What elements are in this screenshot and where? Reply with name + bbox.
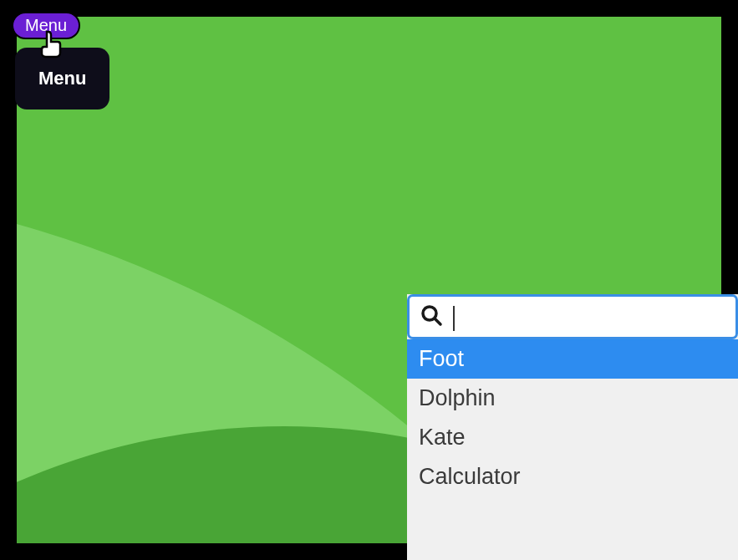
svg-line-1: [435, 318, 440, 324]
search-input[interactable]: [453, 304, 725, 330]
menu-button[interactable]: Menu: [12, 12, 80, 39]
application-launcher-panel: Foot Dolphin Kate Calculator: [407, 294, 738, 560]
search-icon: [420, 303, 443, 330]
search-field-wrapper[interactable]: [407, 294, 738, 339]
search-results-list: Foot Dolphin Kate Calculator: [407, 339, 738, 496]
tooltip-label: Menu: [38, 68, 86, 89]
result-item[interactable]: Foot: [407, 339, 738, 379]
menu-tooltip: Menu: [15, 48, 109, 109]
result-item[interactable]: Dolphin: [407, 379, 738, 418]
text-caret: [453, 306, 455, 331]
result-item[interactable]: Kate: [407, 418, 738, 457]
result-item[interactable]: Calculator: [407, 457, 738, 496]
